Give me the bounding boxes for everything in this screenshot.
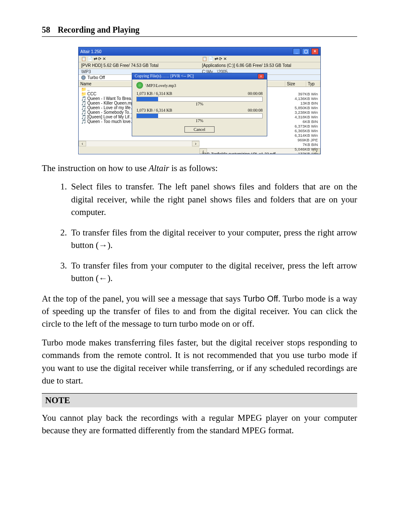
total-progress-kb: 1,073 KB / 6,314 KB — [136, 108, 172, 113]
step-number: 2. — [42, 226, 71, 252]
altair-screenshot: Altair 1.250 _ ▢ × 📋 📄 ⇄ ⟳ ✕ [PVR HDD] 5… — [78, 47, 321, 154]
close-icon[interactable]: × — [311, 48, 319, 55]
copy-dialog: Copying File(s)…… [PVR <-- PC] × \MP3\Lo… — [132, 73, 267, 136]
scroll-right-icon[interactable]: › — [192, 141, 200, 146]
step-text: To transfer files from your computer to … — [71, 259, 357, 285]
window-title: Altair 1.250 — [80, 49, 102, 54]
transfer-icon — [136, 82, 143, 89]
right-toolbar: 📋 📄 ⇄ ⟳ ✕ — [200, 56, 320, 62]
step-number: 3. — [42, 259, 71, 285]
page-number: 58 — [42, 25, 50, 34]
intro-tail: is as follows: — [169, 163, 217, 173]
col-size[interactable]: Size — [285, 81, 306, 87]
turbo-paragraph-1: At the top of the panel, you will see a … — [42, 292, 357, 330]
instruction-item: 1. Select files to transfer. The left pa… — [42, 180, 357, 218]
maximize-icon[interactable]: ▢ — [302, 48, 309, 55]
turbo-dot-icon — [81, 75, 86, 80]
instruction-item: 2. To transfer files from the digital re… — [42, 226, 357, 252]
note-heading: NOTE — [42, 393, 357, 407]
left-scrollbar[interactable]: ‹ › — [79, 141, 200, 146]
turbo-label: Turbo Off — [87, 75, 105, 80]
total-progress-pct: 17% — [136, 118, 263, 123]
instruction-list: 1. Select files to transfer. The left pa… — [42, 180, 357, 284]
copy-dialog-title: Copying File(s)…… [PVR <-- PC] — [135, 74, 194, 79]
section-title: Recording and Playing — [58, 25, 140, 34]
turbo-paragraph-2: Turbo mode makes transferring files fast… — [42, 336, 357, 387]
list-item[interactable]: 5,046KB Win — [200, 147, 320, 151]
file-progress-bar — [136, 97, 263, 102]
instruction-item: 3. To transfer files from your computer … — [42, 259, 357, 285]
left-toolbar: 📋 📄 ⇄ ⟳ ✕ — [79, 56, 200, 62]
total-elapsed: 00:00:08 — [248, 108, 263, 113]
step-text: To transfer files from the digital recei… — [71, 226, 357, 252]
dialog-close-icon[interactable]: × — [258, 74, 264, 79]
running-head: 58 Recording and Playing — [42, 25, 357, 37]
cancel-button[interactable]: Cancel — [184, 126, 215, 133]
intro-text: The instruction on how to use — [42, 163, 148, 173]
note-body: You cannot play back the recordings with… — [42, 412, 357, 437]
file-progress-pct: 17% — [136, 102, 263, 106]
right-capacity: [Applications (C:)] 6.86 GB Free/ 19.53 … — [200, 62, 320, 69]
copy-progress-kb: 1,073 KB / 6,314 KB — [136, 91, 172, 96]
step-text: Select files to transfer. The left panel… — [71, 180, 357, 218]
app-name-italic: Altair — [148, 163, 169, 173]
window-controls: _ ▢ × — [292, 48, 319, 55]
p2a: At the top of the panel, you will see a … — [42, 294, 243, 304]
intro-paragraph: The instruction on how to use Altair is … — [42, 162, 357, 174]
scroll-left-icon[interactable]: ‹ — [79, 141, 86, 146]
list-item[interactable]: 7KB BIN — [200, 142, 320, 147]
list-item[interactable]: TAP, Topfield's customizing API, v1.22.p… — [200, 151, 320, 154]
step-number: 1. — [42, 180, 71, 218]
left-capacity: [PVR HDD] 5.62 GB Free/ 74.53 GB Total — [79, 62, 200, 69]
minimize-icon[interactable]: _ — [293, 48, 300, 55]
window-titlebar: Altair 1.250 _ ▢ × — [79, 47, 320, 56]
copy-filename: \MP3\Lovely.mp3 — [146, 83, 176, 88]
list-item[interactable]: 969KB JPE — [200, 138, 320, 142]
copy-elapsed: 00:00:08 — [248, 91, 263, 96]
total-progress-bar — [136, 113, 263, 118]
col-type[interactable]: Typ — [306, 81, 320, 87]
turbo-off-label: Turbo Off — [243, 294, 278, 303]
